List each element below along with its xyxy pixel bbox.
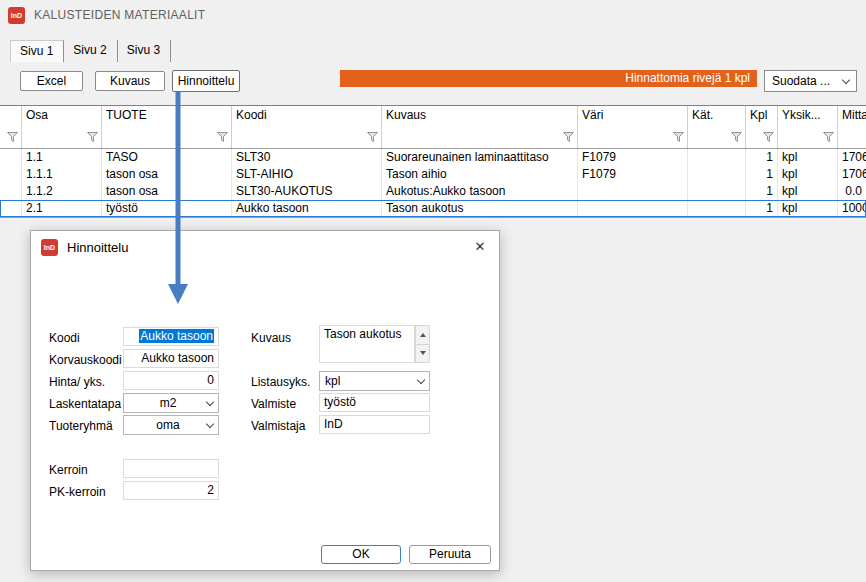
laskentatapa-label: Laskentatapa <box>49 397 121 411</box>
app-logo-icon: InD <box>8 7 25 24</box>
window-title: KALUSTEIDEN MATERIAALIT <box>34 8 205 22</box>
kuvaus-textarea[interactable]: Tason aukotus <box>319 325 415 363</box>
annotation-arrow <box>160 92 200 306</box>
kuvaus-label: Kuvaus <box>251 331 291 345</box>
filter-funnel-icon[interactable] <box>7 131 18 145</box>
dialog-title: Hinnoittelu <box>67 240 128 255</box>
triangle-up-icon <box>420 333 426 337</box>
listausyks-dropdown[interactable]: kpl <box>319 371 430 391</box>
filter-funnel-icon[interactable] <box>673 131 684 145</box>
listausyks-label: Listausyks. <box>251 375 310 389</box>
header-koodi[interactable]: Koodi <box>232 106 382 148</box>
filter-funnel-icon[interactable] <box>823 131 834 145</box>
korvauskoodi-label: Korvauskoodi <box>49 353 122 367</box>
filter-funnel-icon[interactable] <box>217 131 228 145</box>
filter-funnel-icon[interactable] <box>763 131 774 145</box>
header-row-selector[interactable] <box>0 106 22 148</box>
header-mitta[interactable]: Mitta <box>838 106 866 148</box>
hinta-label: Hinta/ yks. <box>49 375 105 389</box>
valmistaja-label: Valmistaja <box>251 419 305 433</box>
pk-kerroin-input[interactable]: 2 <box>123 481 219 500</box>
materials-table: Osa TUOTE Koodi Kuvaus Väri Kät. Kpl Yk <box>0 105 866 218</box>
table-row-selected[interactable]: 2.1 työstö Aukko tasoon Tason aukotus 1 … <box>0 200 866 217</box>
spinner-up-button[interactable] <box>416 326 429 344</box>
tab-sivu-1[interactable]: Sivu 1 <box>10 40 64 62</box>
valmiste-input[interactable]: työstö <box>319 393 430 412</box>
koodi-selected-text: Aukko tasoon <box>139 329 214 343</box>
header-kat[interactable]: Kät. <box>688 106 746 148</box>
table-row[interactable]: 1.1.1 tason osa SLT-AIHIO Tason aihio F1… <box>0 166 866 183</box>
window-titlebar: InD KALUSTEIDEN MATERIAALIT <box>0 0 866 30</box>
close-icon[interactable]: ✕ <box>471 238 489 256</box>
pk-kerroin-label: PK-kerroin <box>49 485 106 499</box>
excel-button[interactable]: Excel <box>20 71 83 91</box>
filter-funnel-icon[interactable] <box>87 131 98 145</box>
filter-funnel-icon[interactable] <box>731 131 742 145</box>
chevron-down-icon <box>206 397 214 405</box>
chevron-down-icon <box>842 75 850 83</box>
kuvaus-button[interactable]: Kuvaus <box>95 71 165 91</box>
koodi-input[interactable]: Aukko tasoon <box>123 327 219 346</box>
header-osa[interactable]: Osa <box>22 106 102 148</box>
table-row[interactable]: 1.1 TASO SLT30 Suorareunainen laminaatti… <box>0 149 866 166</box>
dialog-titlebar: InD Hinnoittelu ✕ <box>31 231 499 263</box>
filter-funnel-icon[interactable] <box>367 131 378 145</box>
hinnoittelu-dialog: InD Hinnoittelu ✕ Koodi Korvauskoodi Hin… <box>30 230 500 571</box>
table-row[interactable]: 1.1.2 tason osa SLT30-AUKOTUS Aukotus:Au… <box>0 183 866 200</box>
kerroin-label: Kerroin <box>49 463 88 477</box>
tuoteryhma-label: Tuoteryhmä <box>49 419 113 433</box>
suodata-dropdown-value: Suodata ... <box>772 74 830 88</box>
peruuta-button[interactable]: Peruuta <box>409 545 491 564</box>
table-header-row: Osa TUOTE Koodi Kuvaus Väri Kät. Kpl Yk <box>0 106 866 149</box>
korvauskoodi-input[interactable]: Aukko tasoon <box>123 349 219 368</box>
valmistaja-input[interactable]: InD <box>319 415 430 434</box>
koodi-label: Koodi <box>49 331 80 345</box>
kerroin-input[interactable] <box>123 459 219 478</box>
page-tabs: Sivu 1 Sivu 2 Sivu 3 <box>10 40 171 62</box>
kuvaus-spinner <box>415 325 430 363</box>
triangle-down-icon <box>420 351 426 355</box>
filter-funnel-icon[interactable] <box>563 131 574 145</box>
hinnoittelu-button[interactable]: Hinnoittelu <box>172 70 240 92</box>
header-kuvaus[interactable]: Kuvaus <box>382 106 578 148</box>
tab-sivu-3[interactable]: Sivu 3 <box>118 40 171 62</box>
dialog-logo-icon: InD <box>41 239 58 256</box>
ok-button[interactable]: OK <box>321 545 401 564</box>
chevron-down-icon <box>417 375 425 383</box>
valmiste-label: Valmiste <box>251 397 296 411</box>
tab-sivu-2[interactable]: Sivu 2 <box>64 40 117 62</box>
suodata-dropdown[interactable]: Suodata ... <box>764 70 857 92</box>
laskentatapa-dropdown[interactable]: m2 <box>123 393 219 413</box>
chevron-down-icon <box>206 419 214 427</box>
header-yksik[interactable]: Yksik... <box>778 106 838 148</box>
unpriced-rows-banner: Hinnattomia rivejä 1 kpl <box>340 70 757 87</box>
spinner-down-button[interactable] <box>416 344 429 363</box>
hinta-input[interactable]: 0 <box>123 371 219 390</box>
header-kpl[interactable]: Kpl <box>746 106 778 148</box>
tuoteryhma-dropdown[interactable]: oma <box>123 415 219 435</box>
header-vari[interactable]: Väri <box>578 106 688 148</box>
